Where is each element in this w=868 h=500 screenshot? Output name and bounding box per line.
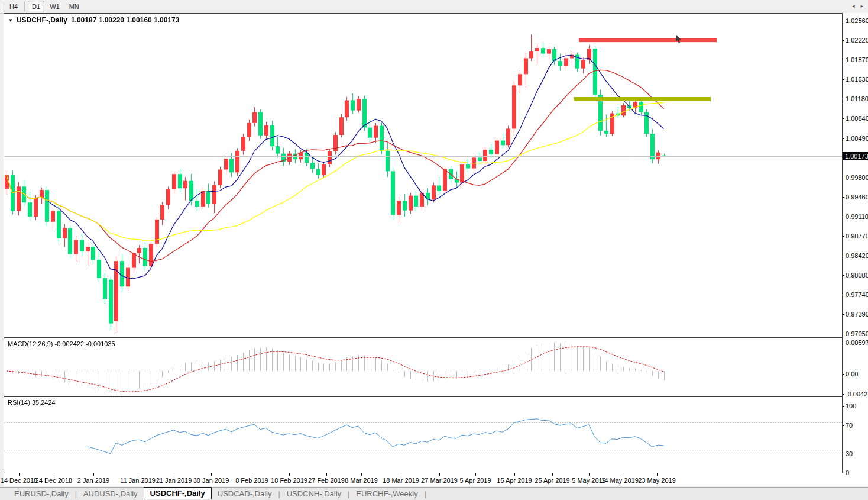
- price-tick-mark: [843, 178, 844, 178]
- tab-usdchf-daily[interactable]: USDCHF-,Daily: [144, 487, 212, 499]
- date-tick-label: 27 Feb 2019: [308, 477, 345, 484]
- current-price-tag: 1.00173: [843, 152, 868, 160]
- price-tick-mark: [843, 256, 844, 256]
- timeframe-button-w1[interactable]: W1: [46, 1, 64, 12]
- chart-tab-bar: EURUSD-,Daily|AUDUSD-,DailyUSDCHF-,Daily…: [0, 487, 868, 500]
- rsi-tick-label: 70: [846, 422, 853, 429]
- ohlc-values: 1.00187 1.00220 1.00160 1.00173: [71, 16, 180, 24]
- toolbar-separator: [24, 2, 25, 11]
- macd-tick-label: 0.00: [846, 370, 858, 378]
- rsi-label: RSI(14) 35.2424: [8, 399, 56, 406]
- date-tick-mark: [439, 473, 440, 476]
- tab-usdcnh-daily[interactable]: USDCNH-,Daily: [281, 489, 347, 499]
- date-tick-label: 27 Mar 2019: [421, 477, 458, 484]
- timeframe-button-d1[interactable]: D1: [28, 1, 44, 12]
- rsi-tick-mark: [843, 454, 844, 454]
- rsi-tick-label: 0: [846, 469, 849, 476]
- rsi-tick-mark: [843, 425, 844, 426]
- date-tick-label: 5 Apr 2019: [459, 477, 491, 484]
- price-tick-label: 0.98420: [846, 252, 868, 259]
- date-tick-mark: [401, 473, 401, 476]
- price-tick-mark: [843, 138, 844, 139]
- rsi-tick-label: 30: [846, 450, 853, 457]
- tab-eurchf-weekly[interactable]: EURCHF-,Weekly: [350, 489, 424, 499]
- date-tick-mark: [19, 473, 20, 476]
- price-tick-label: 1.01530: [846, 76, 868, 83]
- price-tick-mark: [843, 275, 844, 276]
- macd-tick-label: 0.00597: [846, 339, 868, 346]
- price-tick-mark: [843, 197, 844, 198]
- rsi-panel: RSI(14) 35.2424: [4, 396, 843, 473]
- collapse-indicator-icon[interactable]: ▼: [8, 18, 13, 23]
- mouse-cursor-icon: [675, 34, 682, 44]
- price-tick-mark: [843, 99, 844, 99]
- tab-scroll-left-icon[interactable]: ◂: [852, 3, 855, 9]
- tab-usdcad-daily[interactable]: USDCAD-,Daily: [212, 489, 278, 499]
- date-tick-label: 15 Apr 2019: [497, 477, 532, 484]
- price-tick-label: 1.02220: [846, 37, 868, 44]
- price-tick-mark: [843, 79, 844, 80]
- date-tick-mark: [54, 473, 54, 476]
- date-tick-label: 30 Jan 2019: [193, 477, 229, 484]
- chart-title: ▼ USDCHF-,Daily 1.00187 1.00220 1.00160 …: [8, 16, 179, 24]
- price-tick-mark: [843, 118, 844, 119]
- price-tick-mark: [843, 21, 844, 21]
- price-tick-label: 1.02560: [846, 17, 868, 24]
- mt4-window: H4D1W1MN ▼ USDCHF-,Daily 1.00187 1.00220…: [0, 0, 868, 500]
- price-tick-label: 1.01180: [846, 95, 868, 102]
- timeframe-toolbar: H4D1W1MN: [0, 0, 868, 14]
- toolbar-separator: [2, 2, 2, 11]
- price-tick-mark: [843, 236, 844, 237]
- price-tick-mark: [843, 334, 844, 334]
- macd-tick-mark: [843, 394, 844, 395]
- macd-label: MACD(12,26,9) -0.002422 -0.001035: [8, 340, 115, 347]
- price-tick-label: 0.97050: [846, 330, 868, 337]
- macd-canvas[interactable]: [4, 338, 842, 396]
- tab-eurusd-daily[interactable]: EURUSD-,Daily: [8, 489, 75, 499]
- date-tick-label: 21 Jan 2019: [156, 477, 192, 484]
- date-tick-mark: [475, 473, 476, 476]
- price-tick-label: 0.98770: [846, 233, 868, 240]
- timeframe-button-h4[interactable]: H4: [5, 1, 22, 12]
- date-tick-mark: [552, 473, 553, 476]
- macd-tick-mark: [843, 374, 844, 375]
- date-tick-mark: [514, 473, 515, 476]
- price-tick-label: 0.99800: [846, 174, 868, 181]
- date-tick-label: 18 Mar 2019: [383, 477, 419, 484]
- rsi-tick-mark: [843, 406, 844, 407]
- price-tick-label: 1.00490: [846, 135, 868, 142]
- date-tick-label: 23 May 2019: [638, 477, 676, 484]
- price-tick-mark: [843, 217, 844, 217]
- price-tick-label: 0.98080: [846, 272, 868, 279]
- tab-separator: |: [424, 490, 427, 498]
- price-tick-mark: [843, 40, 844, 41]
- date-tick-label: 11 Jan 2019: [120, 477, 156, 484]
- date-tick-mark: [326, 473, 327, 476]
- macd-panel: MACD(12,26,9) -0.002422 -0.001035: [4, 338, 843, 396]
- date-tick-label: 8 Feb 2019: [235, 477, 268, 484]
- date-tick-mark: [657, 473, 658, 476]
- date-tick-label: 14 Dec 2018: [1, 477, 37, 484]
- tab-scroll-controls: ◂ ▸: [852, 3, 863, 9]
- date-axis[interactable]: 14 Dec 201824 Dec 20182 Jan 201911 Jan 2…: [4, 473, 843, 486]
- macd-tick-label: -0.004243: [846, 391, 868, 398]
- date-tick-label: 8 Mar 2019: [345, 477, 378, 484]
- price-tick-mark: [843, 314, 844, 315]
- date-tick-label: 24 Dec 2018: [35, 477, 72, 484]
- date-tick-label: 14 May 2019: [601, 477, 639, 484]
- price-axis[interactable]: 1.00173 1.025601.022201.018701.015301.01…: [843, 13, 868, 473]
- price-tick-label: 1.00840: [846, 115, 868, 122]
- date-tick-mark: [93, 473, 94, 476]
- tab-scroll-right-icon[interactable]: ▸: [860, 3, 863, 9]
- date-tick-mark: [211, 473, 212, 476]
- date-tick-label: 18 Feb 2019: [271, 477, 307, 484]
- price-chart-canvas[interactable]: [4, 14, 842, 337]
- price-tick-label: 0.99460: [846, 193, 868, 201]
- date-tick-label: 25 Apr 2019: [535, 477, 569, 484]
- price-chart-panel: ▼ USDCHF-,Daily 1.00187 1.00220 1.00160 …: [4, 13, 843, 338]
- date-tick-mark: [620, 473, 620, 476]
- timeframe-button-mn[interactable]: MN: [65, 1, 83, 12]
- rsi-canvas[interactable]: [4, 397, 842, 473]
- tab-audusd-daily[interactable]: AUDUSD-,Daily: [77, 489, 144, 499]
- date-tick-mark: [589, 473, 590, 476]
